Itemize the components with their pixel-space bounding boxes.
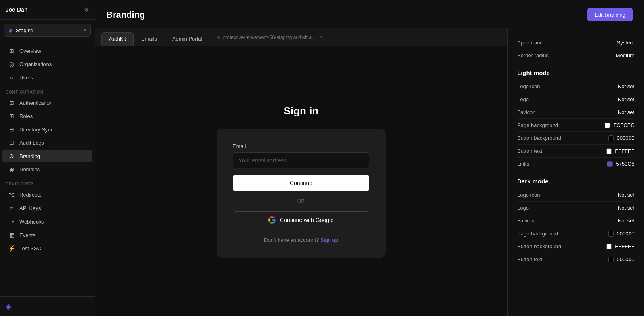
prop-label: Button background [517,243,561,249]
prop-value: Not set [618,205,634,211]
signup-text: Don't have an account? Sign up [233,237,369,243]
sidebar-item-label: Events [19,232,35,238]
sidebar-nav-top: ⊞ Overview ◎ Organizations ○ Users CONFI… [0,41,95,258]
sidebar-item-test-sso[interactable]: ⚡ Test SSO [2,242,92,255]
roles-icon: ⊞ [8,113,15,119]
gear-icon[interactable]: ⚙ [84,6,89,13]
directory-sync-icon: ⊟ [8,126,15,133]
color-value: 000000 [608,231,634,237]
tab-emails[interactable]: Emails [134,32,165,46]
color-value: FFFFFF [606,148,634,154]
color-value: FCFCFC [605,122,634,128]
env-name: Staging [16,27,33,33]
or-line-left [233,201,293,201]
appearance-label: Appearance [517,40,545,46]
prop-value: 000000 [617,135,634,141]
sidebar-item-label: Users [19,75,33,81]
sidebar-item-roles[interactable]: ⊞ Roles [2,110,92,123]
sidebar-item-directory-sync[interactable]: ⊟ Directory Sync [2,123,92,136]
sidebar-item-domains[interactable]: ◉ Domains [2,163,92,176]
sidebar-item-label: Webhooks [19,219,44,225]
google-icon [268,216,276,224]
signin-title: Sign in [284,105,319,117]
prop-value: FFFFFF [615,243,634,249]
sidebar-item-users[interactable]: ○ Users [2,71,92,84]
audit-logs-icon: ⊟ [8,139,15,146]
preview-content: Sign in Email Continue OR [95,46,507,316]
prop-label: Logo icon [517,192,540,198]
sidebar-item-label: Domains [19,166,40,173]
prop-value: Not set [618,218,634,224]
sidebar-item-redirects[interactable]: ⌥ Redirects [2,188,92,201]
dark-btn-text-row: Button text 000000 [517,253,634,266]
sidebar-item-events[interactable]: ▦ Events [2,229,92,241]
signup-link[interactable]: Sign up [320,237,338,243]
signin-card: Email Continue OR [217,129,386,258]
dark-btn-bg-row: Button background FFFFFF [517,240,634,253]
external-link-icon[interactable]: ↗ [319,35,322,40]
preview-pane: AuthKit Emails Admin Portal ⊙ protective… [95,28,507,316]
users-icon: ○ [8,74,15,81]
color-value: 000000 [608,256,634,262]
prop-label: Page background [517,231,558,237]
or-divider: OR [233,198,369,204]
light-btn-bg-row: Button background 000000 [517,132,634,145]
border-radius-label: Border radius [517,52,549,58]
dev-section-label: DEVELOPER [0,176,95,188]
url-text: protective-movement-66-staging.authkit.a… [223,35,316,40]
prop-label: Links [517,161,529,167]
color-value: 000000 [608,135,634,141]
dark-mode-title: Dark mode [517,178,634,185]
main-content: Branding Edit branding AuthKit Emails Ad… [95,0,644,316]
color-value: 5753C6 [607,161,634,167]
email-label: Email [233,143,369,149]
prop-label: Button text [517,256,542,262]
api-keys-icon: ⌗ [8,205,15,212]
sidebar-item-authentication[interactable]: ⊡ Authentication [2,96,92,109]
sidebar-item-overview[interactable]: ⊞ Overview [2,44,92,57]
sidebar-bottom: ◈ [0,296,95,316]
sidebar-item-branding[interactable]: ⊙ Branding [2,150,92,162]
google-signin-button[interactable]: Continue with Google [233,211,369,229]
prop-value: Not set [618,83,634,89]
dark-logo-row: Logo Not set [517,202,634,214]
border-radius-value: Medium [616,52,634,58]
light-mode-title: Light mode [517,69,634,76]
user-name: Joe Dan [6,6,27,13]
edit-branding-button[interactable]: Edit branding [587,8,633,21]
sidebar-item-label: Roles [19,113,33,119]
env-selector[interactable]: ◈ Staging ▾ [4,24,91,37]
sidebar-item-label: Branding [19,153,40,159]
google-button-text: Continue with Google [280,217,334,223]
sidebar-header: Joe Dan ⚙ [0,0,95,20]
prop-value: 5753C6 [616,161,634,167]
tab-authkit[interactable]: AuthKit [101,32,134,46]
right-panel: Appearance System Border radius Medium L… [507,28,644,316]
sidebar-item-organizations[interactable]: ◎ Organizations [2,58,92,71]
tab-admin-portal[interactable]: Admin Portal [165,32,210,46]
prop-label: Logo icon [517,83,540,89]
email-input[interactable] [233,152,369,168]
light-favicon-row: Favicon Not set [517,106,634,119]
env-selector-left: ◈ Staging [8,27,33,33]
test-sso-icon: ⚡ [8,245,15,252]
btn-text-swatch [606,148,612,154]
continue-button[interactable]: Continue [233,175,369,191]
prop-label: Page background [517,122,558,128]
config-section-label: CONFIGURATION [0,84,95,96]
light-btn-text-row: Button text FFFFFF [517,145,634,158]
sidebar-item-label: Overview [19,48,41,54]
env-icon: ◈ [8,27,13,33]
sidebar-item-label: Organizations [19,61,52,67]
events-icon: ▦ [8,232,15,238]
branding-icon: ⊙ [8,153,15,159]
organizations-icon: ◎ [8,61,15,67]
sidebar-item-audit-logs[interactable]: ⊟ Audit Logs [2,136,92,149]
redirects-icon: ⌥ [8,191,15,198]
preview-tabs: AuthKit Emails Admin Portal ⊙ protective… [95,28,507,46]
sidebar-item-webhooks[interactable]: ⊸ Webhooks [2,215,92,228]
prop-label: Favicon [517,218,536,224]
overview-icon: ⊞ [8,48,15,54]
sidebar-item-api-keys[interactable]: ⌗ API Keys [2,202,92,215]
signin-card-wrapper: Sign in Email Continue OR [148,89,454,274]
